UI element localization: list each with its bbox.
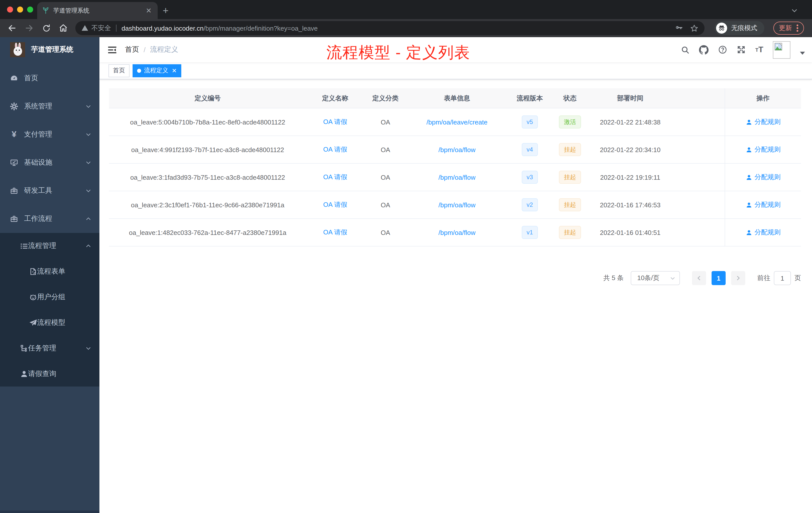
sidebar-item-label: 流程模型 [37,318,65,327]
sidebar-item-dev-tools[interactable]: 研发工具 [0,177,99,205]
new-tab-button[interactable]: + [163,5,169,16]
next-page-button[interactable] [731,271,745,285]
home-icon[interactable] [56,21,70,35]
assign-rule-button[interactable]: 分配规则 [746,173,781,182]
sidebar-item-task-management[interactable]: 任务管理 [0,335,99,361]
security-label[interactable]: 不安全 [91,24,111,33]
table-row: oa_leave:3:1fad3d93-7b75-11ec-a3c8-acde4… [109,163,801,191]
column-header: 状态 [552,88,587,108]
sidebar-item-workflow[interactable]: 工作流程 [0,205,99,233]
tab-search-chevron-icon[interactable] [791,7,798,14]
table-header-row: 定义编号 定义名称 定义分类 表单信息 流程版本 状态 部署时间 操作 [109,88,801,109]
breadcrumb-home[interactable]: 首页 [125,45,139,54]
tag-process-definition[interactable]: 流程定义 ✕ [133,64,181,77]
definition-name-link[interactable]: OA 请假 [323,173,347,182]
form-link[interactable]: /bpm/oa/leave/create [427,118,488,126]
avatar[interactable] [773,41,790,58]
deploy-time: 2022-01-16 01:40:51 [587,219,673,246]
robot-icon [29,293,37,301]
definition-id: oa_leave:5:004b710b-7b8a-11ec-8ef0-acde4… [109,109,306,135]
kebab-menu-icon[interactable] [796,24,799,32]
form-link[interactable]: /bpm/oa/flow [438,146,475,153]
sidebar-item-process-model[interactable]: 流程模型 [0,310,99,335]
browser-tab-strip: 芋道管理系统 ✕ + [0,0,812,19]
tab-close-icon[interactable]: ✕ [145,6,153,14]
definition-name-link[interactable]: OA 请假 [323,228,347,237]
tag-close-icon[interactable]: ✕ [172,67,177,74]
version-badge: v1 [522,226,538,239]
url-domain: dashboard.yudao.iocoder.cn [121,24,204,32]
sidebar-logo-row[interactable]: 芋道管理系统 [0,37,99,62]
forward-icon[interactable] [22,21,36,35]
sidebar-item-label: 用户分组 [37,292,65,301]
deploy-time: 2022-01-22 19:19:11 [587,163,673,191]
prev-page-button[interactable] [692,271,706,285]
sidebar-item-user-group[interactable]: 用户分组 [0,284,99,310]
page-unit-label: 页 [794,274,801,282]
bookmark-star-icon[interactable] [690,24,698,32]
browser-tab[interactable]: 芋道管理系统 ✕ [37,2,158,19]
help-icon[interactable] [718,45,727,54]
sidebar-item-process-management[interactable]: 流程管理 [0,233,99,259]
sidebar-item-system[interactable]: 系统管理 [0,92,99,120]
paper-plane-icon [29,319,37,327]
definition-id: oa_leave:2:3c1f0ef1-76b1-11ec-9c66-a2380… [109,191,306,218]
column-header: 定义名称 [306,88,364,108]
reload-icon[interactable] [39,21,53,35]
assign-rule-button[interactable]: 分配规则 [746,200,781,209]
definition-name-link[interactable]: OA 请假 [323,200,347,209]
url-bar[interactable]: 不安全 dashboard.yudao.iocoder.cn/bpm/manag… [75,21,704,35]
update-label: 更新 [779,24,792,33]
breadcrumb-separator: / [144,46,146,54]
font-size-icon[interactable]: TT [755,45,763,54]
url-text[interactable]: dashboard.yudao.iocoder.cn/bpm/manager/d… [121,24,318,32]
chevron-right-icon [735,275,741,281]
form-link[interactable]: /bpm/oa/flow [438,201,475,209]
close-window-button[interactable] [7,6,13,12]
table-row: oa_leave:1:482ec033-762a-11ec-8477-a2380… [109,219,801,246]
sidebar-item-infrastructure[interactable]: 基础设施 [0,149,99,177]
github-icon[interactable] [699,45,708,55]
column-header: 操作 [725,88,801,108]
deploy-time: 2022-01-16 17:46:53 [587,191,673,218]
incognito-badge: 无痕模式 [715,21,764,35]
update-button[interactable]: 更新 [773,22,804,35]
sidebar-item-process-form[interactable]: 流程表单 [0,259,99,284]
yen-icon: ¥ [10,130,18,139]
password-key-icon[interactable] [675,24,683,32]
sidebar-item-label: 首页 [24,74,38,83]
definition-name-link[interactable]: OA 请假 [323,117,347,126]
browser-toolbar: 不安全 dashboard.yudao.iocoder.cn/bpm/manag… [0,19,812,37]
chevron-down-icon [85,103,91,110]
definition-category: OA [364,163,407,191]
minimize-window-button[interactable] [17,6,23,12]
back-icon[interactable] [5,21,19,35]
window-controls [7,6,33,12]
assign-rule-button[interactable]: 分配规则 [746,117,781,126]
version-badge: v3 [522,171,538,184]
status-badge: 挂起 [559,143,581,156]
avatar-dropdown-caret-icon[interactable] [800,52,805,55]
form-link[interactable]: /bpm/oa/flow [438,229,475,236]
pagination: 共 5 条 10条/页 1 前往 页 [109,271,801,285]
maximize-window-button[interactable] [27,6,33,12]
page-number-1[interactable]: 1 [712,271,726,285]
definition-name-link[interactable]: OA 请假 [323,145,347,154]
search-icon[interactable] [681,46,690,54]
tab-title: 芋道管理系统 [53,6,145,15]
goto-page-input[interactable] [774,271,791,285]
briefcase-icon [10,215,18,223]
status-badge: 挂起 [559,171,581,184]
form-link[interactable]: /bpm/oa/flow [438,174,475,181]
sidebar-collapse-icon[interactable] [108,45,117,55]
sidebar-item-leave-query[interactable]: 请假查询 [0,361,99,387]
sidebar-item-label: 研发工具 [24,186,52,195]
assign-rule-button[interactable]: 分配规则 [746,145,781,154]
chevron-down-icon [85,131,91,138]
sidebar-item-home[interactable]: 首页 [0,64,99,92]
assign-rule-button[interactable]: 分配规则 [746,228,781,237]
sidebar-item-payment[interactable]: ¥ 支付管理 [0,120,99,149]
page-size-select[interactable]: 10条/页 [631,271,680,285]
fullscreen-icon[interactable] [737,45,746,54]
tag-home[interactable]: 首页 [109,64,129,77]
